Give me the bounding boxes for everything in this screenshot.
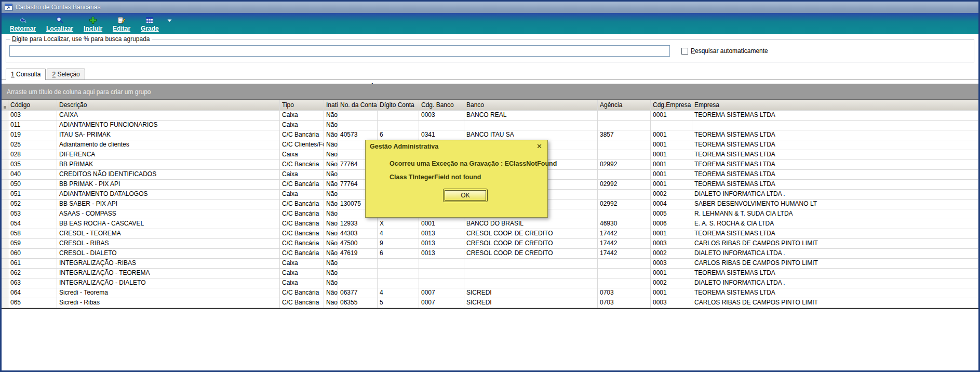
cell-codigo: 053 — [8, 209, 57, 219]
cell-cdg-empresa: 0003 — [651, 259, 692, 269]
table-row[interactable]: 054 BB EAS ROCHA - CASCAVEL C/C Bancária… — [2, 219, 978, 229]
cell-agencia: 17442 — [598, 249, 651, 259]
cell-agencia — [598, 190, 651, 200]
cell-cdg-banco: 0001 — [419, 219, 464, 229]
cell-inativo: Não — [324, 239, 338, 249]
table-row[interactable]: 058 CRESOL - TEOREMA C/C Bancária Não 44… — [2, 229, 978, 239]
table-row[interactable]: 063 INTEGRALIZAÇÃO - DIALETO Caixa Não 0… — [2, 278, 978, 288]
tab-consulta[interactable]: 1 Consulta — [6, 69, 46, 80]
cell-digito-conta: 9 — [378, 239, 419, 249]
column-header[interactable]: Banco — [464, 100, 598, 111]
dialog-title-bar: Gestão Administrativa ✕ — [366, 140, 547, 152]
column-header[interactable]: Cdg.Empresa — [651, 100, 692, 111]
cell-descricao: ITAU SA- PRIMAK — [57, 130, 280, 140]
cell-banco: BANCO DO BRASIL — [464, 219, 598, 229]
column-header[interactable]: Cdg. Banco — [419, 100, 464, 111]
table-row[interactable]: 062 INTEGRALIZAÇÃO - TEOREMA Caixa Não 0… — [2, 269, 978, 278]
row-indicator — [2, 200, 8, 209]
cell-cdg-banco: 0013 — [419, 229, 464, 239]
cell-digito-conta — [378, 278, 419, 288]
edit-icon — [117, 16, 126, 24]
close-icon[interactable]: ✕ — [535, 142, 543, 150]
cell-no-da-conta: 06355 — [338, 298, 378, 308]
table-row[interactable]: 011 ADIANTAMENTO FUNCIONARIOS Caixa Não — [2, 121, 978, 130]
row-indicator — [2, 130, 8, 140]
cell-descricao: INTEGRALIZAÇÃO - DIALETO — [57, 278, 280, 288]
dialog-title: Gestão Administrativa — [370, 143, 438, 150]
toolbar: Retornar Localizar Incluir Editar Grade — [2, 13, 978, 34]
cell-codigo: 064 — [8, 288, 57, 298]
cell-agencia — [598, 121, 651, 130]
localizar-button[interactable]: Localizar — [41, 16, 78, 33]
cell-empresa: R. LEHMANN & T. SUDA CIA LTDA — [692, 209, 978, 219]
cell-digito-conta — [378, 269, 419, 278]
column-header[interactable]: Inativo — [324, 100, 338, 111]
cell-tipo: Caixa — [280, 190, 324, 200]
toolbar-dropdown-button[interactable] — [167, 19, 172, 22]
cell-codigo: 065 — [8, 298, 57, 308]
grid-icon — [145, 16, 154, 24]
column-header[interactable]: Dígito Conta — [378, 100, 419, 111]
grade-button[interactable]: Grade — [136, 16, 164, 33]
cell-inativo: Não — [324, 278, 338, 288]
table-row[interactable]: 019 ITAU SA- PRIMAK C/C Bancária Não 405… — [2, 130, 978, 140]
cell-codigo: 003 — [8, 111, 57, 121]
dialog-body: Ocorreu uma Exceção na Gravação : EClass… — [366, 152, 547, 202]
tab-selecao[interactable]: 2 Seleção — [47, 69, 85, 79]
cell-cdg-banco: 0007 — [419, 288, 464, 298]
cell-cdg-empresa: 0001 — [651, 269, 692, 278]
cell-agencia — [598, 170, 651, 180]
search-groupbox-label: Digite para Localizar, use % para busca … — [10, 35, 152, 43]
cell-inativo: Não — [324, 121, 338, 130]
cell-digito-conta: 6 — [378, 130, 419, 140]
cell-agencia — [598, 140, 651, 150]
cell-codigo: 059 — [8, 239, 57, 249]
row-indicator — [2, 209, 8, 219]
cell-cdg-banco — [419, 278, 464, 288]
editar-button[interactable]: Editar — [108, 16, 136, 33]
cell-agencia: 17442 — [598, 229, 651, 239]
column-header[interactable]: No. da Conta — [338, 100, 378, 111]
search-input[interactable] — [9, 45, 670, 57]
row-indicator — [2, 150, 8, 160]
cell-descricao: ADIANTAMENTO DATALOGOS — [57, 190, 280, 200]
chevron-down-icon — [167, 19, 172, 22]
cell-digito-conta: 4 — [378, 288, 419, 298]
table-row[interactable]: 064 Sicredi - Teorema C/C Bancária Não 0… — [2, 288, 978, 298]
cell-agencia — [598, 209, 651, 219]
table-row[interactable]: 003 CAIXA Caixa Não 0003 BANCO REAL 0001… — [2, 111, 978, 121]
cell-codigo: 035 — [8, 160, 57, 170]
column-header[interactable]: Empresa — [692, 100, 978, 111]
editar-label: Editar — [113, 25, 130, 32]
ok-button[interactable]: OK — [445, 190, 486, 201]
incluir-button[interactable]: Incluir — [78, 16, 108, 33]
cell-inativo: Não — [324, 269, 338, 278]
cell-descricao: CAIXA — [57, 111, 280, 121]
dialog-message-2: Class TIntegerField not found — [390, 174, 541, 181]
cell-banco — [464, 121, 598, 130]
column-header[interactable]: Código — [8, 100, 57, 111]
column-header[interactable]: Descrição — [57, 100, 280, 111]
cell-inativo: Não — [324, 180, 338, 190]
table-row[interactable]: 059 CRESOL - RIBAS C/C Bancária Não 4750… — [2, 239, 978, 249]
table-row[interactable]: 060 CRESOL - DIALETO C/C Bancária Não 47… — [2, 249, 978, 259]
retornar-button[interactable]: Retornar — [5, 16, 41, 33]
row-indicator — [2, 170, 8, 180]
row-indicator — [2, 140, 8, 150]
cell-empresa: CARLOS RIBAS DE CAMPOS PINTO LIMIT — [692, 259, 978, 269]
cell-codigo: 051 — [8, 190, 57, 200]
cell-digito-conta — [378, 121, 419, 130]
cell-codigo: 011 — [8, 121, 57, 130]
cell-codigo: 054 — [8, 219, 57, 229]
cell-descricao: INTEGRALIZAÇÃO -RIBAS — [57, 259, 280, 269]
column-header[interactable]: Agência — [598, 100, 651, 111]
table-row[interactable]: 065 Sicredi - Ribas C/C Bancária Não 063… — [2, 298, 978, 308]
cell-agencia: 0703 — [598, 298, 651, 308]
table-row[interactable]: 061 INTEGRALIZAÇÃO -RIBAS Caixa Não 0003… — [2, 259, 978, 269]
row-indicator — [2, 229, 8, 239]
group-by-bar: Arraste um título de coluna aqui para cr… — [2, 84, 978, 99]
cell-tipo: Caixa — [280, 278, 324, 288]
cell-tipo: C/C Bancária — [280, 219, 324, 229]
auto-search-checkbox[interactable]: Pesquisar automaticamente — [681, 47, 768, 55]
column-header[interactable]: Tipo — [280, 100, 324, 111]
